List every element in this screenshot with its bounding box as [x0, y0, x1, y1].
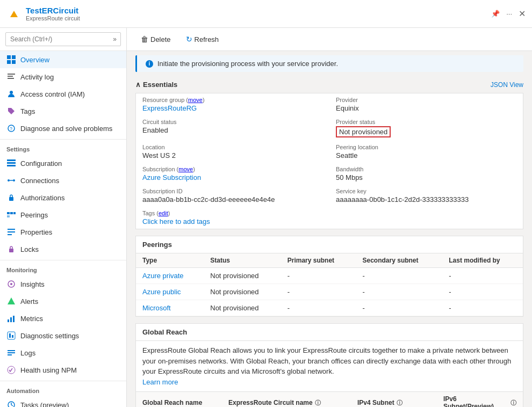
sidebar-item-connections[interactable]: Connections [0, 172, 126, 189]
gr-circuit-help-icon: ⓘ [315, 399, 321, 407]
gr-col-name: Global Reach name [136, 392, 222, 407]
sidebar-item-label: Peerings [20, 211, 48, 219]
gr-col-circuit: ExpressRoute Circuit name ⓘ [222, 392, 351, 407]
svg-rect-11 [7, 162, 16, 164]
peering-type-azure-private[interactable]: Azure private [142, 272, 184, 280]
health-icon [6, 365, 16, 375]
essentials-subscription: Subscription (move) Azure Subscription [136, 163, 329, 185]
svg-point-7 [10, 91, 13, 94]
delete-button[interactable]: 🗑 Delete [135, 32, 176, 46]
peerings-icon [6, 210, 16, 220]
refresh-button[interactable]: ↻ Refresh [181, 32, 225, 46]
sidebar-item-diagnose[interactable]: ? Diagnose and solve problems [0, 120, 126, 137]
sidebar-item-peerings[interactable]: Peerings [0, 206, 126, 223]
sidebar-item-tags[interactable]: Tags [0, 103, 126, 120]
sidebar-item-health-npm[interactable]: Health using NPM [0, 361, 126, 379]
svg-rect-16 [9, 197, 13, 201]
content-area: 🗑 Delete ↻ Refresh i Initiate the provis… [127, 28, 532, 407]
logs-icon [6, 348, 16, 358]
config-icon [6, 158, 16, 168]
refresh-icon: ↻ [186, 35, 192, 43]
essentials-chevron-icon: ∧ [135, 81, 141, 89]
svg-text:?: ? [10, 126, 12, 132]
resource-group-value[interactable]: ExpressRouteRG [142, 104, 197, 112]
sidebar-item-activity-log[interactable]: Activity log [0, 68, 126, 85]
svg-point-13 [8, 179, 10, 181]
svg-rect-10 [7, 159, 16, 161]
essentials-circuit-status: Circuit status Enabled [136, 115, 329, 141]
essentials-bandwidth: Bandwidth 50 Mbps [329, 163, 523, 185]
essentials-header: ∧ Essentials JSON View [135, 76, 523, 93]
more-icon[interactable]: ··· [506, 10, 512, 18]
learn-more-link[interactable]: Learn more [142, 378, 178, 386]
close-icon[interactable]: ✕ [519, 9, 526, 19]
peerings-title: Peerings [136, 236, 523, 253]
subscription-value[interactable]: Azure Subscription [142, 173, 201, 181]
svg-rect-31 [8, 332, 15, 339]
iam-icon [6, 89, 16, 99]
tags-icon [6, 106, 16, 116]
table-row: Microsoft Not provisioned - - - [136, 300, 523, 316]
sidebar-item-label: Diagnose and solve problems [20, 125, 112, 133]
col-type: Type [136, 253, 204, 268]
diag-icon [6, 331, 16, 340]
svg-rect-35 [8, 352, 15, 353]
svg-rect-23 [8, 234, 12, 235]
app-icon [6, 6, 21, 21]
sidebar-item-alerts[interactable]: Alerts [0, 293, 126, 310]
svg-rect-29 [10, 317, 12, 322]
pin-icon[interactable]: 📌 [491, 10, 500, 18]
diagnose-icon: ? [6, 123, 16, 133]
peering-type-azure-public[interactable]: Azure public [142, 288, 181, 296]
sidebar-item-authorizations[interactable]: Authorizations [0, 189, 126, 206]
sidebar-item-label: Authorizations [20, 194, 64, 202]
sidebar-item-overview[interactable]: Overview [0, 51, 126, 68]
search-input[interactable] [5, 32, 121, 46]
sidebar-item-label: Connections [20, 177, 59, 185]
subscription-move-link[interactable]: move [178, 166, 193, 172]
svg-rect-32 [9, 333, 11, 338]
add-tags-link[interactable]: Click here to add tags [142, 217, 210, 226]
sidebar-item-properties[interactable]: Properties [0, 223, 126, 241]
svg-rect-28 [8, 319, 9, 322]
locks-icon [6, 244, 16, 254]
global-reach-title: Global Reach [136, 324, 523, 341]
sidebar-item-diagnostic-settings[interactable]: Diagnostic settings [0, 327, 126, 344]
svg-rect-33 [12, 335, 13, 338]
peering-type-microsoft[interactable]: Microsoft [142, 304, 171, 312]
svg-rect-1 [12, 55, 16, 59]
connections-icon [6, 176, 16, 185]
sidebar-item-label: Configuration [20, 159, 62, 168]
svg-rect-22 [8, 231, 15, 232]
sidebar-item-insights[interactable]: Insights [0, 275, 126, 293]
sidebar-item-logs[interactable]: Logs [0, 344, 126, 361]
svg-rect-12 [7, 165, 16, 166]
sidebar-collapse-icon[interactable]: » [113, 35, 117, 43]
svg-rect-6 [8, 78, 14, 79]
svg-rect-19 [13, 212, 16, 214]
col-secondary-subnet: Secondary subnet [356, 253, 443, 268]
info-icon: i [146, 60, 153, 68]
svg-rect-5 [8, 76, 13, 77]
svg-marker-27 [8, 297, 15, 304]
sidebar-item-tasks[interactable]: Tasks (preview) [0, 396, 126, 407]
svg-rect-34 [8, 350, 15, 351]
sidebar-item-locks[interactable]: Locks [0, 241, 126, 258]
global-reach-section: Global Reach ExpressRoute Global Reach a… [135, 323, 523, 407]
sidebar-item-label: Tasks (preview) [20, 401, 69, 408]
svg-line-39 [11, 405, 13, 406]
title-bar: TestERCircuit ExpressRoute circuit 📌 ···… [0, 0, 532, 28]
auth-icon [6, 193, 16, 202]
svg-rect-18 [10, 212, 13, 214]
table-row: Azure public Not provisioned - - - [136, 284, 523, 300]
automation-section-label: Automation [0, 381, 126, 396]
gr-col-ipv6: IPv6 Subnet(Preview) ⓘ [437, 392, 523, 407]
resource-group-move-link[interactable]: move [188, 97, 203, 103]
sidebar-item-iam[interactable]: Access control (IAM) [0, 85, 126, 103]
overview-icon [6, 55, 16, 64]
tags-edit-link[interactable]: edit [159, 210, 168, 216]
sidebar-item-configuration[interactable]: Configuration [0, 155, 126, 172]
json-view-link[interactable]: JSON View [491, 81, 523, 89]
provider-status-value: Not provisioned [336, 126, 391, 137]
sidebar-item-metrics[interactable]: Metrics [0, 310, 126, 327]
